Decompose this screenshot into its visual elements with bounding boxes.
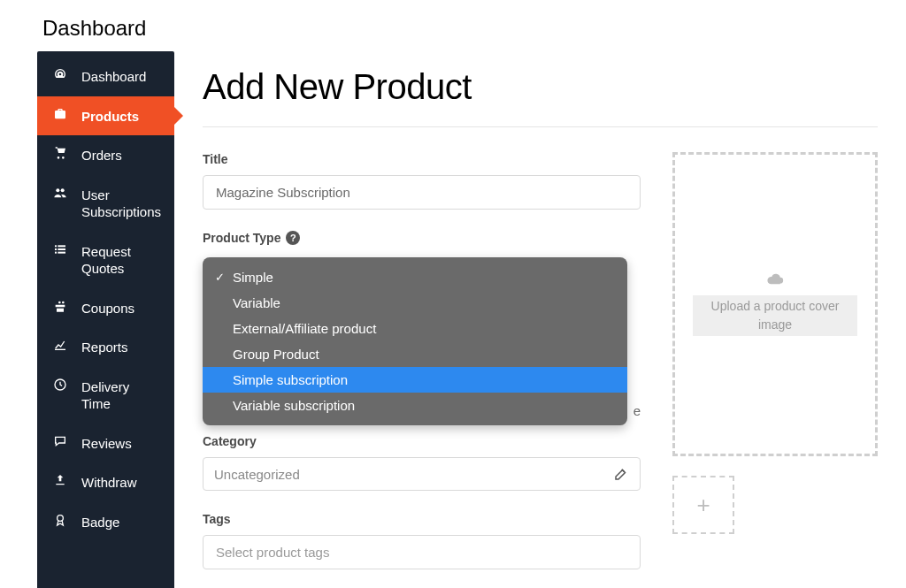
add-image-button[interactable]: + xyxy=(672,476,734,534)
dropdown-option-simple[interactable]: Simple xyxy=(203,264,627,290)
sidebar-item-label: Badge xyxy=(81,514,160,531)
sidebar-item-label: Reports xyxy=(81,339,160,356)
dropdown-option-simple-subscription[interactable]: Simple subscription xyxy=(203,367,627,393)
page-title: Dashboard xyxy=(0,0,906,51)
svg-point-0 xyxy=(56,188,59,192)
sidebar-item-label: Delivery Time xyxy=(81,378,160,413)
edit-icon[interactable] xyxy=(613,466,629,482)
cart-icon xyxy=(51,146,69,160)
sidebar-item-dashboard[interactable]: Dashboard xyxy=(37,57,174,96)
sidebar-item-label: Orders xyxy=(81,147,160,164)
dropdown-option-variable-subscription[interactable]: Variable subscription xyxy=(203,393,627,418)
sidebar-item-label: Products xyxy=(81,108,160,126)
title-input[interactable] xyxy=(203,175,641,210)
category-field-group: Category Uncategorized xyxy=(203,434,641,491)
plus-icon: + xyxy=(696,492,710,519)
chart-icon xyxy=(51,338,69,352)
dashboard-icon xyxy=(51,67,69,81)
sidebar-item-delivery-time[interactable]: Delivery Time xyxy=(37,367,174,424)
sidebar-item-reports[interactable]: Reports xyxy=(37,327,174,367)
award-icon xyxy=(51,513,69,527)
sidebar-item-reviews[interactable]: Reviews xyxy=(37,424,174,463)
sidebar: Dashboard Products Orders User Subscript… xyxy=(37,51,174,588)
product-type-label: Product Type ? xyxy=(203,231,641,245)
clock-icon xyxy=(51,378,69,392)
title-label: Title xyxy=(203,152,641,166)
briefcase-icon xyxy=(51,107,69,121)
sidebar-item-label: User Subscriptions xyxy=(81,187,161,221)
sidebar-item-badge[interactable]: Badge xyxy=(37,502,174,542)
tags-label: Tags xyxy=(203,512,641,526)
sidebar-item-label: Request Quotes xyxy=(81,243,160,278)
sidebar-item-label: Reviews xyxy=(81,435,160,453)
product-type-field-group: Product Type ? Simple Variable External/… xyxy=(203,231,641,413)
sidebar-item-orders[interactable]: Orders xyxy=(37,135,174,175)
svg-rect-6 xyxy=(55,251,57,253)
cloud-icon xyxy=(764,272,786,290)
tags-field-group: Tags xyxy=(203,512,641,569)
upload-icon xyxy=(51,473,69,487)
svg-rect-5 xyxy=(58,248,65,250)
users-icon xyxy=(51,186,69,200)
list-icon xyxy=(51,242,69,256)
dropdown-option-external[interactable]: External/Affiliate product xyxy=(203,316,627,341)
title-field-group: Title xyxy=(203,152,641,210)
dropdown-option-group[interactable]: Group Product xyxy=(203,341,627,367)
upload-text: Upload a product cover image xyxy=(693,295,857,336)
product-type-dropdown: Simple Variable External/Affiliate produ… xyxy=(203,257,627,425)
sidebar-item-request-quotes[interactable]: Request Quotes xyxy=(37,232,174,288)
content: Add New Product Title Product Type ? Sim… xyxy=(174,51,906,588)
category-label: Category xyxy=(203,434,641,448)
svg-point-9 xyxy=(58,515,64,521)
svg-point-1 xyxy=(61,188,65,192)
cover-image-upload[interactable]: Upload a product cover image xyxy=(672,152,878,456)
category-value: Uncategorized xyxy=(214,467,613,482)
dropdown-option-variable[interactable]: Variable xyxy=(203,290,627,316)
svg-rect-4 xyxy=(55,248,57,250)
svg-rect-3 xyxy=(58,245,65,247)
sidebar-item-withdraw[interactable]: Withdraw xyxy=(37,462,174,502)
gift-icon xyxy=(51,299,69,313)
category-input[interactable]: Uncategorized xyxy=(203,457,641,491)
sidebar-item-label: Coupons xyxy=(81,300,160,317)
help-icon[interactable]: ? xyxy=(286,231,300,245)
sidebar-item-user-subscriptions[interactable]: User Subscriptions xyxy=(37,175,174,232)
tags-input[interactable] xyxy=(203,535,641,569)
comment-icon xyxy=(51,434,69,448)
sidebar-item-label: Withdraw xyxy=(81,474,160,492)
sidebar-item-products[interactable]: Products xyxy=(37,96,174,136)
svg-rect-7 xyxy=(58,251,65,253)
content-heading: Add New Product xyxy=(203,67,878,127)
sidebar-item-coupons[interactable]: Coupons xyxy=(37,288,174,328)
svg-rect-2 xyxy=(55,245,57,247)
sidebar-item-label: Dashboard xyxy=(81,68,160,86)
